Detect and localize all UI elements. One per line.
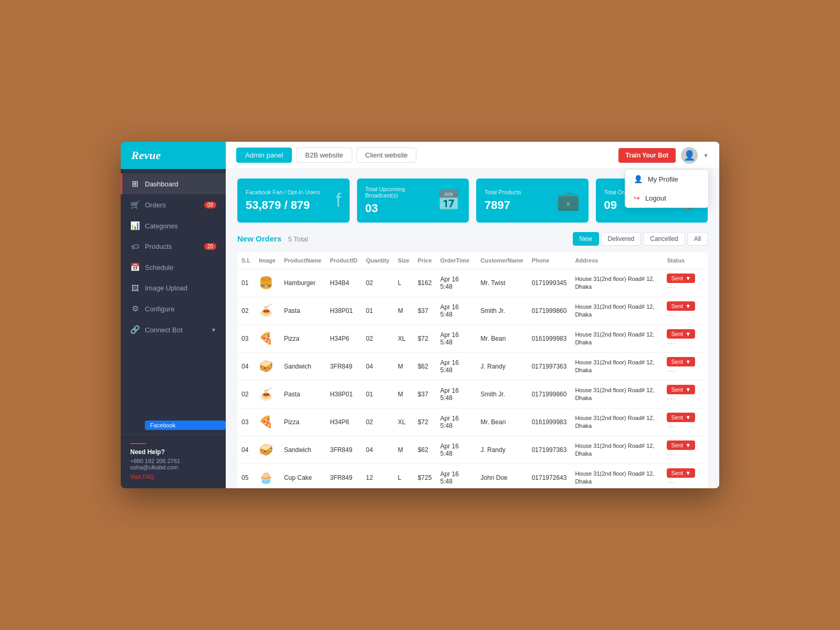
table-row: 02 🍝 Pasta H38P01 01 M $37 Apr 16 5:48 S…: [237, 297, 708, 325]
cell-price: $162: [414, 269, 436, 297]
sidebar-item-products[interactable]: 🏷 Products 20: [121, 236, 226, 257]
status-sent-btn[interactable]: Sent ▼: [667, 274, 695, 283]
filter-btn-all[interactable]: All: [687, 232, 708, 246]
more-dots[interactable]: ···: [667, 366, 675, 375]
cell-name: Sandwich: [280, 436, 326, 464]
dropdown-item-logout[interactable]: ↪Logout: [625, 188, 708, 207]
more-dots[interactable]: ···: [667, 339, 675, 348]
status-sent-btn[interactable]: Sent ▼: [667, 329, 695, 339]
col-header-productid: ProductID: [326, 252, 362, 269]
cell-price: $37: [414, 297, 436, 325]
dropdown-label-profile: My Profile: [648, 175, 678, 183]
table-body: 01 🍔 Hamburger H34B4 02 L $162 Apr 16 5:…: [237, 269, 708, 489]
sidebar-item-categories[interactable]: 📊 Categories: [121, 215, 226, 236]
topbar-right: Train Your Bot 👤 ▼: [618, 147, 709, 164]
cell-size: XL: [394, 325, 414, 353]
cell-image: 🍝: [255, 381, 280, 408]
stat-icon-broadcasts: 📅: [437, 190, 460, 212]
table-row: 03 🍕 Pizza H34P6 02 XL $72 Apr 16 5:48 M…: [237, 408, 708, 436]
cell-time: Apr 16 5:48: [436, 381, 477, 408]
status-sent-btn[interactable]: Sent ▼: [667, 357, 695, 366]
orders-title: New Orders: [237, 234, 281, 243]
tab-admin[interactable]: Admin panel: [236, 148, 292, 163]
stat-value-fb-users: 53,879 / 879: [246, 198, 320, 212]
col-header-s.l: S.L: [237, 252, 255, 269]
cell-price: $725: [414, 464, 436, 489]
table-row: 04 🥪 Sandwich 3FR849 04 M $62 Apr 16 5:4…: [237, 436, 708, 464]
sidebar-item-dashboard[interactable]: ⊞ Dashboard: [121, 173, 226, 194]
cell-qty: 12: [362, 464, 394, 489]
status-sent-btn[interactable]: Sent ▼: [667, 413, 695, 422]
cell-customer: Mr. Bean: [476, 408, 527, 436]
sidebar-item-image-upload[interactable]: 🖼 Image Upload: [121, 278, 226, 298]
facebook-badge[interactable]: Facebook: [145, 421, 226, 430]
nav-arrow-connect-bot: ▼: [211, 327, 216, 333]
more-dots[interactable]: ···: [667, 478, 675, 487]
cell-pid: 3FR849: [326, 436, 362, 464]
nav-icon-products: 🏷: [130, 242, 140, 251]
table-header-row: S.LImageProductNameProductIDQuantitySize…: [237, 252, 708, 269]
stat-label-broadcasts: Total Upcoming Broadcast(s): [365, 186, 437, 198]
avatar-dropdown-arrow[interactable]: ▼: [703, 152, 709, 159]
tab-client[interactable]: Client website: [356, 148, 417, 163]
tab-b2b[interactable]: B2B website: [296, 148, 352, 163]
sidebar-item-orders[interactable]: 🛒 Orders 09: [121, 194, 226, 215]
status-sent-btn[interactable]: Sent ▼: [667, 440, 695, 450]
cell-customer: Smith Jr.: [476, 381, 527, 408]
more-dots[interactable]: ···: [667, 283, 675, 292]
cell-phone: 0161999983: [528, 408, 571, 436]
more-dots[interactable]: ···: [667, 450, 675, 459]
stat-card-products: Total Products 7897 💼: [476, 178, 589, 223]
cell-image: 🍕: [255, 325, 280, 353]
sidebar-item-configure[interactable]: ⚙ Configure: [121, 298, 226, 319]
col-header-customername: CustomerName: [476, 252, 527, 269]
status-sent-btn[interactable]: Sent ▼: [667, 468, 695, 478]
table-row: 02 🍝 Pasta H38P01 01 M $37 Apr 16 5:48 S…: [237, 381, 708, 408]
cell-address: House 31(2nd floor) Road# 12, Dhaka: [571, 408, 663, 436]
avatar[interactable]: 👤: [681, 147, 698, 164]
help-faq-link[interactable]: Visit FAQ.: [130, 474, 216, 480]
status-arrow: ▼: [685, 275, 691, 281]
status-sent-btn[interactable]: Sent ▼: [667, 301, 695, 311]
cell-phone: 0171997363: [528, 353, 571, 381]
cell-time: Apr 16 5:48: [436, 408, 477, 436]
train-bot-button[interactable]: Train Your Bot: [618, 148, 676, 163]
cell-size: M: [394, 381, 414, 408]
profile-dropdown: 👤My Profile↪Logout: [625, 169, 709, 208]
cell-sl: 03: [237, 408, 255, 436]
sidebar-item-connect-bot[interactable]: 🔗 Connect Bot ▼: [121, 319, 226, 340]
cell-phone: 0171997363: [528, 436, 571, 464]
sidebar-item-schedule[interactable]: 📅 Schedule: [121, 257, 226, 278]
more-dots[interactable]: ···: [667, 422, 675, 431]
nav-label-schedule: Schedule: [145, 264, 173, 271]
cell-time: Apr 16 5:48: [436, 464, 477, 489]
status-arrow: ▼: [685, 414, 691, 421]
dropdown-item-profile[interactable]: 👤My Profile: [625, 170, 708, 188]
nav-label-image-upload: Image Upload: [145, 284, 187, 292]
col-header-ordertime: OrderTime: [436, 252, 477, 269]
cell-size: M: [394, 436, 414, 464]
col-header-phone: Phone: [528, 252, 571, 269]
cell-image: 🍔: [255, 269, 280, 297]
nav-label-products: Products: [145, 243, 172, 250]
more-dots[interactable]: ···: [667, 394, 675, 403]
status-sent-btn[interactable]: Sent ▼: [667, 385, 695, 394]
col-header-quantity: Quantity: [362, 252, 394, 269]
cell-sl: 03: [237, 325, 255, 353]
cell-time: Apr 16 5:48: [436, 353, 477, 381]
status-arrow: ▼: [685, 331, 691, 337]
cell-sl: 02: [237, 297, 255, 325]
cell-pid: H34P6: [326, 325, 362, 353]
orders-table: S.LImageProductNameProductIDQuantitySize…: [237, 252, 708, 488]
cell-name: Pasta: [280, 297, 326, 325]
more-dots[interactable]: ···: [667, 311, 675, 320]
nav-icon-categories: 📊: [130, 221, 140, 230]
filter-btn-new[interactable]: New: [573, 232, 599, 246]
cell-customer: John Doe: [476, 464, 527, 489]
nav-label-configure: Configure: [145, 305, 174, 313]
filter-btn-delivered[interactable]: Delivered: [601, 232, 642, 246]
stat-card-fb-users: Facebook Fan / Opt-In Users 53,879 / 879…: [237, 178, 350, 223]
filter-btn-cancelled[interactable]: Cancelled: [643, 232, 685, 246]
nav-icon-orders: 🛒: [130, 200, 140, 209]
cell-status: Sent ▼ ···: [663, 269, 708, 297]
